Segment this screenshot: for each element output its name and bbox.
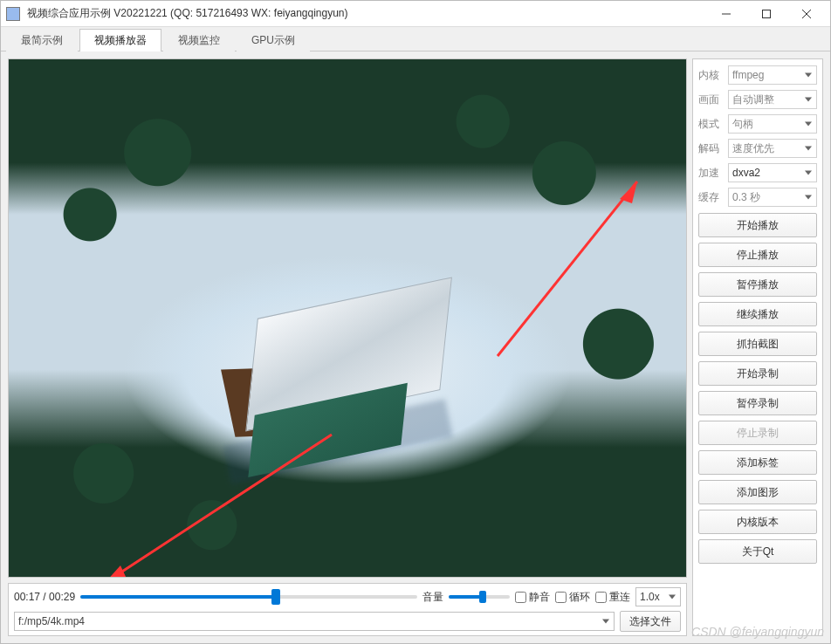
kernel-select[interactable]: ffmpeg bbox=[728, 65, 817, 85]
about-qt-button[interactable]: 关于Qt bbox=[698, 539, 817, 564]
app-icon bbox=[6, 7, 20, 21]
control-bar: 00:17 / 00:29 音量 静音 循环 重连 bbox=[8, 583, 687, 636]
titlebar: 视频综合应用示例 V20221221 (QQ: 517216493 WX: fe… bbox=[1, 1, 830, 27]
close-icon bbox=[801, 9, 812, 19]
video-display[interactable] bbox=[8, 58, 687, 578]
maximize-icon bbox=[761, 9, 772, 19]
option-kernel: 内核 ffmpeg bbox=[698, 65, 817, 86]
choose-file-button[interactable]: 选择文件 bbox=[620, 611, 681, 632]
tab-simple[interactable]: 最简示例 bbox=[6, 29, 78, 51]
pause-record-button[interactable]: 暂停录制 bbox=[698, 391, 817, 415]
progress-slider[interactable] bbox=[80, 589, 417, 605]
volume-slider[interactable] bbox=[449, 589, 510, 605]
decode-select[interactable]: 速度优先 bbox=[728, 139, 817, 158]
svg-rect-1 bbox=[763, 10, 771, 17]
stop-play-button[interactable]: 停止播放 bbox=[698, 243, 817, 267]
time-total: 00:29 bbox=[49, 591, 75, 603]
loop-checkbox[interactable]: 循环 bbox=[555, 590, 590, 605]
kernel-version-button[interactable]: 内核版本 bbox=[698, 510, 817, 534]
option-mode: 模式 句柄 bbox=[698, 113, 817, 134]
accel-select[interactable]: dxva2 bbox=[728, 163, 817, 182]
pause-play-button[interactable]: 暂停播放 bbox=[698, 272, 817, 297]
tab-monitor[interactable]: 视频监控 bbox=[163, 29, 235, 51]
file-path-input[interactable]: f:/mp5/4k.mp4 bbox=[14, 612, 615, 631]
time-display: 00:17 / 00:29 bbox=[14, 591, 75, 603]
snapshot-button[interactable]: 抓拍截图 bbox=[698, 332, 817, 356]
tab-gpu[interactable]: GPU示例 bbox=[237, 29, 310, 51]
minimize-icon bbox=[721, 9, 731, 19]
left-pane: 00:17 / 00:29 音量 静音 循环 重连 bbox=[8, 58, 687, 636]
option-display: 画面 自动调整 bbox=[698, 89, 817, 110]
tab-bar: 最简示例 视频播放器 视频监控 GPU示例 bbox=[1, 27, 830, 51]
content-area: 00:17 / 00:29 音量 静音 循环 重连 bbox=[1, 51, 830, 643]
resume-play-button[interactable]: 继续播放 bbox=[698, 302, 817, 326]
mute-checkbox[interactable]: 静音 bbox=[515, 590, 550, 605]
volume-label: 音量 bbox=[422, 590, 443, 605]
close-button[interactable] bbox=[786, 1, 827, 27]
start-record-button[interactable]: 开始录制 bbox=[698, 361, 817, 386]
app-window: 视频综合应用示例 V20221221 (QQ: 517216493 WX: fe… bbox=[0, 0, 831, 644]
option-accel: 加速 dxva2 bbox=[698, 162, 817, 183]
stop-record-button[interactable]: 停止录制 bbox=[698, 421, 817, 445]
option-decode: 解码 速度优先 bbox=[698, 138, 817, 159]
speed-select[interactable]: 1.0x bbox=[635, 587, 681, 606]
cache-select[interactable]: 0.3 秒 bbox=[728, 188, 817, 207]
add-label-button[interactable]: 添加标签 bbox=[698, 450, 817, 475]
add-shape-button[interactable]: 添加图形 bbox=[698, 480, 817, 504]
display-select[interactable]: 自动调整 bbox=[728, 90, 817, 109]
start-play-button[interactable]: 开始播放 bbox=[698, 213, 817, 237]
tab-player[interactable]: 视频播放器 bbox=[79, 29, 161, 51]
maximize-button[interactable] bbox=[746, 1, 786, 27]
mode-select[interactable]: 句柄 bbox=[728, 114, 817, 134]
reconnect-checkbox[interactable]: 重连 bbox=[595, 590, 630, 605]
minimize-button[interactable] bbox=[706, 1, 746, 27]
window-title: 视频综合应用示例 V20221221 (QQ: 517216493 WX: fe… bbox=[27, 6, 706, 21]
option-cache: 缓存 0.3 秒 bbox=[698, 187, 817, 208]
right-panel: 内核 ffmpeg 画面 自动调整 模式 句柄 解码 速度优先 加速 dxva2… bbox=[692, 58, 823, 636]
time-current: 00:17 bbox=[14, 591, 40, 603]
